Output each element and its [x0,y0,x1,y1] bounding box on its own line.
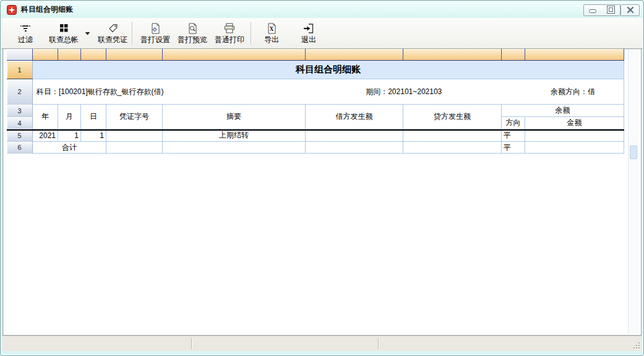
header-year[interactable]: 年 [33,105,58,129]
titlebar: 科目组合明细账 [1,1,643,19]
total-debit-cell[interactable] [306,142,403,154]
total-summary-cell[interactable] [163,142,306,154]
column-strip-cell[interactable] [58,49,81,61]
header-credit[interactable]: 贷方发生额 [403,105,502,129]
column-strip-cell[interactable] [306,49,403,61]
exit-icon [302,21,316,35]
exit-button[interactable]: 退出 [292,21,325,46]
linked-voucher-label: 联查凭证 [98,35,127,44]
print-preview-button[interactable]: 普打预览 [174,21,211,46]
total-direction-cell[interactable]: 平 [502,142,525,154]
filter-icon [19,21,32,35]
close-button[interactable] [620,4,640,16]
header-direction[interactable]: 方向 [502,117,525,129]
print-setup-icon [148,21,162,35]
linked-ledger-button[interactable]: 联查总帐 [42,21,85,46]
total-label-cell[interactable]: 合计 [33,142,106,154]
header-balance[interactable]: 余额 [502,105,624,117]
minimize-icon [589,5,596,16]
status-bar [2,336,642,351]
export-icon: X [265,21,278,35]
cell-amount[interactable] [525,129,624,142]
row-number-5[interactable]: 5 [7,129,33,142]
linked-ledger-icon [57,21,71,35]
header-summary[interactable]: 摘要 [163,105,306,129]
row-number-2[interactable]: 2 [7,79,33,105]
print-button[interactable]: 普通打印 [211,21,248,46]
header-amount[interactable]: 金额 [525,117,624,129]
statusbar-separator [191,338,192,349]
subject-text: 科目：[100201]银行存款_银行存款(借) [36,87,163,97]
column-strip-cell[interactable] [403,49,502,61]
print-label: 普通打印 [215,35,244,44]
cell-month[interactable]: 1 [58,129,81,142]
cell-direction[interactable]: 平 [502,129,525,142]
header-bottom-border [7,129,624,131]
print-preview-label: 普打预览 [178,35,207,44]
filter-button[interactable]: 过滤 [10,21,41,46]
column-strip-cell[interactable] [502,49,525,61]
total-credit-cell[interactable] [403,142,502,154]
cell-summary[interactable]: 上期结转 [163,129,306,142]
linked-voucher-icon [106,21,119,35]
total-voucher-cell[interactable] [106,142,163,154]
column-strip-cell[interactable] [163,49,306,61]
maximize-icon [607,5,615,16]
row-number-4[interactable]: 4 [7,117,33,129]
svg-text:X: X [270,26,274,32]
cell-credit[interactable] [403,129,502,142]
column-strip-cell[interactable] [81,49,106,61]
column-strip-cell[interactable] [33,49,58,61]
report-info-row[interactable]: 科目：[100201]银行存款_银行存款(借) 期间：202101~202103… [33,79,624,105]
resize-grip[interactable] [633,342,640,349]
filter-label: 过滤 [18,35,33,44]
row-number-3[interactable]: 3 [7,105,33,117]
header-month[interactable]: 月 [58,105,81,129]
toolbar-separator [132,22,132,45]
cell-year[interactable]: 2021 [33,129,58,142]
row-number-6[interactable]: 6 [7,142,33,154]
header-debit[interactable]: 借方发生额 [306,105,403,129]
report-title[interactable]: 科目组合明细账 [33,61,624,79]
toolbar: 过滤 联查总帐 [1,18,643,49]
export-label: 导出 [264,35,279,44]
exit-label: 退出 [301,35,316,44]
report-grid: 1 2 3 4 5 6 科目组合明细账 科目：[100201]银行存款_银行存款… [7,49,624,154]
scrollbar-thumb[interactable] [630,145,637,159]
header-day[interactable]: 日 [81,105,106,129]
app-window: 科目组合明细账 [0,0,644,356]
app-icon [7,5,17,15]
header-voucher[interactable]: 凭证字号 [106,105,163,129]
row-number-1[interactable]: 1 [7,61,33,79]
print-preview-icon [186,21,199,35]
export-button[interactable]: X 导出 [257,21,286,46]
cell-voucher[interactable] [106,129,163,142]
report-panel: 1 2 3 4 5 6 科目组合明细账 科目：[100201]银行存款_银行存款… [2,48,642,336]
vertical-scrollbar[interactable] [628,50,638,334]
balance-direction-text: 余额方向：借 [551,87,595,97]
print-setup-label: 普打设置 [140,35,170,44]
column-strip-cell[interactable] [525,49,624,61]
window-title: 科目组合明细账 [21,4,73,15]
statusbar-separator [378,338,379,349]
linked-ledger-label: 联查总帐 [49,35,79,44]
toolbar-separator [251,22,251,45]
grid-corner-cell[interactable] [7,49,33,61]
close-icon [627,5,634,16]
chevron-down-icon [85,27,90,38]
cell-day[interactable]: 1 [81,129,106,142]
period-text: 期间：202101~202103 [366,87,442,97]
total-amount-cell[interactable] [525,142,624,154]
maximize-button[interactable] [601,4,620,16]
linked-voucher-button[interactable]: 联查凭证 [94,21,131,46]
cell-debit[interactable] [306,129,403,142]
linked-ledger-dropdown[interactable] [83,27,92,37]
print-setup-button[interactable]: 普打设置 [137,21,174,46]
minimize-button[interactable] [583,4,602,16]
printer-icon [223,21,236,35]
selected-row-border [7,79,33,79]
column-strip-cell[interactable] [106,49,163,61]
